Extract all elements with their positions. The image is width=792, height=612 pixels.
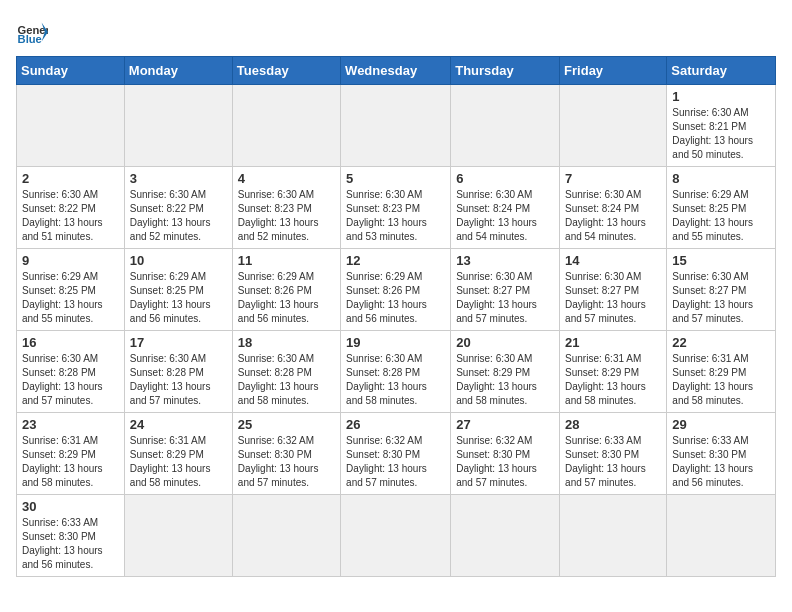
calendar-cell: 8Sunrise: 6:29 AMSunset: 8:25 PMDaylight… — [667, 167, 776, 249]
calendar-cell: 21Sunrise: 6:31 AMSunset: 8:29 PMDayligh… — [560, 331, 667, 413]
header-saturday: Saturday — [667, 57, 776, 85]
calendar-cell — [17, 85, 125, 167]
header-friday: Friday — [560, 57, 667, 85]
calendar-cell — [124, 85, 232, 167]
calendar-cell: 6Sunrise: 6:30 AMSunset: 8:24 PMDaylight… — [451, 167, 560, 249]
header-wednesday: Wednesday — [341, 57, 451, 85]
calendar-cell: 15Sunrise: 6:30 AMSunset: 8:27 PMDayligh… — [667, 249, 776, 331]
calendar-cell: 12Sunrise: 6:29 AMSunset: 8:26 PMDayligh… — [341, 249, 451, 331]
calendar-cell: 7Sunrise: 6:30 AMSunset: 8:24 PMDaylight… — [560, 167, 667, 249]
calendar-cell: 23Sunrise: 6:31 AMSunset: 8:29 PMDayligh… — [17, 413, 125, 495]
calendar-cell: 11Sunrise: 6:29 AMSunset: 8:26 PMDayligh… — [232, 249, 340, 331]
calendar-cell: 27Sunrise: 6:32 AMSunset: 8:30 PMDayligh… — [451, 413, 560, 495]
calendar-table: Sunday Monday Tuesday Wednesday Thursday… — [16, 56, 776, 577]
weekday-header-row: Sunday Monday Tuesday Wednesday Thursday… — [17, 57, 776, 85]
calendar-cell — [667, 495, 776, 577]
calendar-cell: 30Sunrise: 6:33 AMSunset: 8:30 PMDayligh… — [17, 495, 125, 577]
svg-text:Blue: Blue — [18, 33, 42, 45]
header: General Blue — [16, 16, 776, 48]
calendar-cell — [232, 85, 340, 167]
calendar-cell: 13Sunrise: 6:30 AMSunset: 8:27 PMDayligh… — [451, 249, 560, 331]
logo-icon: General Blue — [16, 16, 48, 48]
calendar-cell: 26Sunrise: 6:32 AMSunset: 8:30 PMDayligh… — [341, 413, 451, 495]
calendar-cell — [451, 85, 560, 167]
calendar-cell: 17Sunrise: 6:30 AMSunset: 8:28 PMDayligh… — [124, 331, 232, 413]
calendar-cell: 3Sunrise: 6:30 AMSunset: 8:22 PMDaylight… — [124, 167, 232, 249]
calendar-cell — [341, 85, 451, 167]
calendar-cell: 24Sunrise: 6:31 AMSunset: 8:29 PMDayligh… — [124, 413, 232, 495]
calendar-cell: 20Sunrise: 6:30 AMSunset: 8:29 PMDayligh… — [451, 331, 560, 413]
logo: General Blue — [16, 16, 48, 48]
header-thursday: Thursday — [451, 57, 560, 85]
calendar-cell — [341, 495, 451, 577]
calendar-cell: 18Sunrise: 6:30 AMSunset: 8:28 PMDayligh… — [232, 331, 340, 413]
calendar-cell — [124, 495, 232, 577]
calendar-cell — [232, 495, 340, 577]
calendar-row: 1Sunrise: 6:30 AMSunset: 8:21 PMDaylight… — [17, 85, 776, 167]
calendar-cell: 29Sunrise: 6:33 AMSunset: 8:30 PMDayligh… — [667, 413, 776, 495]
calendar-cell: 19Sunrise: 6:30 AMSunset: 8:28 PMDayligh… — [341, 331, 451, 413]
calendar-row: 9Sunrise: 6:29 AMSunset: 8:25 PMDaylight… — [17, 249, 776, 331]
calendar-cell — [560, 495, 667, 577]
calendar-cell: 28Sunrise: 6:33 AMSunset: 8:30 PMDayligh… — [560, 413, 667, 495]
calendar-row: 16Sunrise: 6:30 AMSunset: 8:28 PMDayligh… — [17, 331, 776, 413]
calendar-cell — [451, 495, 560, 577]
header-tuesday: Tuesday — [232, 57, 340, 85]
calendar-row: 2Sunrise: 6:30 AMSunset: 8:22 PMDaylight… — [17, 167, 776, 249]
calendar-cell: 16Sunrise: 6:30 AMSunset: 8:28 PMDayligh… — [17, 331, 125, 413]
calendar-cell: 1Sunrise: 6:30 AMSunset: 8:21 PMDaylight… — [667, 85, 776, 167]
calendar-cell: 2Sunrise: 6:30 AMSunset: 8:22 PMDaylight… — [17, 167, 125, 249]
calendar-cell: 5Sunrise: 6:30 AMSunset: 8:23 PMDaylight… — [341, 167, 451, 249]
calendar-row: 23Sunrise: 6:31 AMSunset: 8:29 PMDayligh… — [17, 413, 776, 495]
calendar-cell: 14Sunrise: 6:30 AMSunset: 8:27 PMDayligh… — [560, 249, 667, 331]
header-monday: Monday — [124, 57, 232, 85]
calendar-cell: 25Sunrise: 6:32 AMSunset: 8:30 PMDayligh… — [232, 413, 340, 495]
calendar-cell: 10Sunrise: 6:29 AMSunset: 8:25 PMDayligh… — [124, 249, 232, 331]
header-sunday: Sunday — [17, 57, 125, 85]
calendar-cell: 9Sunrise: 6:29 AMSunset: 8:25 PMDaylight… — [17, 249, 125, 331]
calendar-cell — [560, 85, 667, 167]
calendar-cell: 4Sunrise: 6:30 AMSunset: 8:23 PMDaylight… — [232, 167, 340, 249]
calendar-cell: 22Sunrise: 6:31 AMSunset: 8:29 PMDayligh… — [667, 331, 776, 413]
calendar-row: 30Sunrise: 6:33 AMSunset: 8:30 PMDayligh… — [17, 495, 776, 577]
